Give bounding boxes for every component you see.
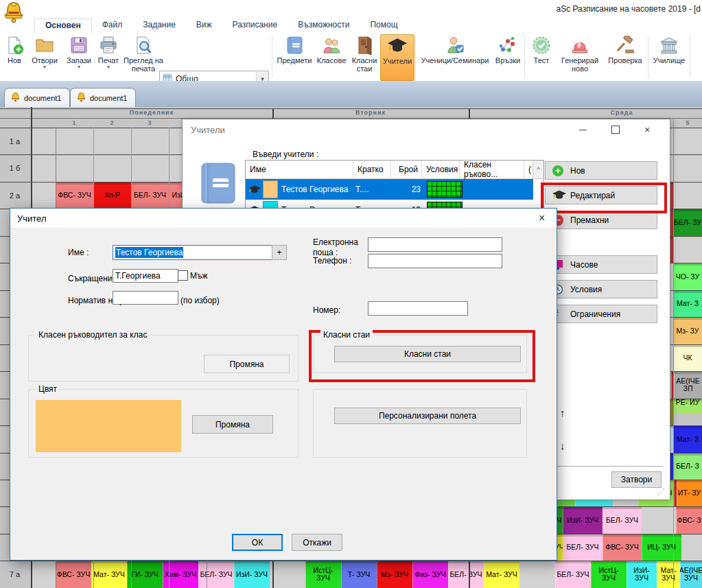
resize-grip[interactable]: ⋰ [657,487,665,496]
document-tab-1[interactable]: document1 [4,88,70,107]
save-button[interactable]: Запази ▾ [63,34,95,80]
ribbon-tab-4[interactable]: Виж [186,19,222,33]
timetable-cell[interactable]: ИстЦ- ЗУЧ [305,561,341,588]
timetable-cell[interactable]: ИзИ- ЗУЧ [627,561,657,588]
teachers-dialog-titlebar[interactable]: Учители × [183,119,670,140]
timetable-cell[interactable]: БЕЛ- ЗУЧ [563,534,602,561]
constraints-button[interactable]: # Ограничения [545,305,657,323]
ribbon-tab-1[interactable]: Основен [34,19,92,33]
timetable-cell[interactable]: РЕ- ИУ [673,399,702,425]
timetable-cell[interactable]: ИзИ- ЗУЧ [563,506,602,534]
teacher-row[interactable]: Тестов ГеоргиеваТ....23 [246,179,533,200]
conditions-button[interactable]: Условия [545,280,657,298]
teacher-dialog-titlebar[interactable]: Учител × [10,209,557,228]
timetable-cell[interactable]: ФВС- ЗУЧ [602,534,642,561]
timetable-cell[interactable]: Мз- ЗУЧ [377,561,412,588]
name-input[interactable]: Тестов Георгиева [113,245,274,260]
period-number[interactable]: 3 [148,119,151,126]
timetable-cell[interactable]: БЕЛ- ЗУЧ [131,182,169,209]
teachers-button-active[interactable]: Учители [380,34,414,81]
generate-new-button[interactable]: Генерирай ново [556,34,604,80]
remove-teacher-button[interactable]: − Премахни [545,211,657,229]
timetable-cell[interactable]: АЕ(IЧЕ ЗУЧ [680,561,702,588]
ok-button[interactable]: ОК [232,534,283,551]
ribbon-tab-6[interactable]: Възможности [288,19,360,33]
print-preview-button[interactable]: Преглед на печата [124,34,163,80]
custom-fields-button[interactable]: Персонализирани полета [334,408,521,424]
period-number[interactable]: 1 [72,119,75,126]
timetable-cell[interactable]: Мат- З [673,290,702,317]
test-button[interactable]: Тест [528,34,554,80]
school-button[interactable]: Училище [651,34,688,80]
timetable-cell[interactable]: БЕЛ- ЗУ [673,209,702,236]
timetable-cell[interactable]: ИЦ- ЗУЧ [642,534,681,561]
add-name-button[interactable]: + [272,245,287,260]
check-button[interactable]: Проверка [605,34,645,80]
close-dialog-button[interactable]: Затвори [611,471,662,488]
move-down-button[interactable]: ↓ [560,440,565,451]
class-row-label[interactable]: 1 а [0,137,30,145]
cancel-button[interactable]: Откажи [292,534,342,551]
timetable-cell[interactable]: Мат- З [673,425,702,453]
column-conditions[interactable]: Условия [422,161,460,178]
document-tab-2[interactable]: document1 [70,88,136,107]
move-up-button[interactable]: ↑ [560,407,565,419]
maximize-icon[interactable] [611,126,620,134]
lessons-button[interactable]: Часове [545,255,657,274]
timetable-cell[interactable]: ИстЦ- ЗУЧ [591,561,627,588]
class-row-label[interactable]: 2 а [0,191,30,200]
open-button[interactable]: Отвори ▾ [27,34,62,80]
timetable-cell[interactable]: ИТ- ЗУ [677,480,702,506]
print-button[interactable]: Печат ▾ [95,34,122,80]
ribbon-tab-3[interactable]: Задание [132,19,186,33]
timetable-cell[interactable]: БЕЛ- ЗУЧ [602,506,642,534]
abbreviation-input[interactable]: Т.Георгиева [113,269,178,283]
timetable-cell[interactable]: Т- ЗУЧ [341,561,377,588]
links-button[interactable]: Връзки [493,34,523,80]
number-input[interactable] [368,301,468,316]
open-dropdown-icon[interactable]: ▾ [43,64,46,70]
timetable-cell[interactable]: БЕЛ- ЗУЧ [448,561,484,588]
column-count[interactable]: Брой [391,161,422,178]
timetable-cell[interactable]: ИзИ- ЗУЧ [234,561,270,588]
timetable-cell[interactable]: Физ- ЗУЧ [412,561,448,588]
new-button[interactable]: Нов [3,34,26,80]
ribbon-tab-5[interactable]: Разписание [222,19,288,33]
column-name[interactable]: Име [246,161,353,178]
timetable-cell[interactable]: Мз- ЗУ [673,317,702,344]
ribbon-tab-2[interactable]: Файл [92,19,133,33]
timetable-cell[interactable]: ФВС- З [676,506,702,534]
period-number[interactable]: 5 [686,119,689,126]
close-icon[interactable]: × [539,212,545,224]
norm-input[interactable] [113,291,178,305]
timetable-cell[interactable]: Хп-Р [93,182,131,209]
timetable-cell[interactable]: ГИ- ЗУЧ [127,561,163,588]
class-row-label[interactable]: 7 а [0,570,30,578]
timetable-cell[interactable]: Хим- ЗУЧ [163,561,198,588]
scroll-up-button[interactable]: ^ [533,161,543,178]
timetable-cell[interactable]: Мат- ЗУЧ [484,561,519,588]
timetable-cell[interactable]: ФВС- ЗУЧ [56,561,91,588]
period-number[interactable]: 2 [110,119,113,126]
subjects-button[interactable]: Предмети [276,34,313,80]
students-seminars-button[interactable]: Ученици/Семинари [419,34,491,80]
save-dropdown-icon[interactable]: ▾ [78,64,80,70]
male-checkbox[interactable] [178,270,188,281]
timetable-cell[interactable]: АЕ(IЧЕ ЗП [674,371,702,399]
timetable-cell[interactable]: Мат- ЗУЧ [657,561,680,588]
class-row-label[interactable]: 1 б [0,164,30,172]
homeroom-change-button[interactable]: Промяна [204,355,290,373]
print-dropdown-icon[interactable]: ▾ [107,64,110,70]
timetable-cell[interactable]: БЕЛ- З [673,453,702,480]
timetable-cell[interactable]: ЧО- ЗУ [673,263,702,290]
timetable-cell[interactable]: Мат- ЗУЧ [91,561,127,588]
classrooms-button[interactable]: Класни стаи [334,346,521,362]
email-input[interactable] [368,237,502,252]
classes-button[interactable]: Класове [314,34,349,80]
timetable-cell[interactable]: ЧК [673,344,702,371]
timetable-cell[interactable]: БЕЛ- ЗУЧ [198,561,234,588]
timetable-cell[interactable]: ФВС- ЗУЧ [56,182,93,209]
ribbon-tab-7[interactable]: Помощ [360,19,408,33]
classrooms-button[interactable]: Класни стаи [350,34,379,80]
column-short[interactable]: Кратко [353,161,391,178]
